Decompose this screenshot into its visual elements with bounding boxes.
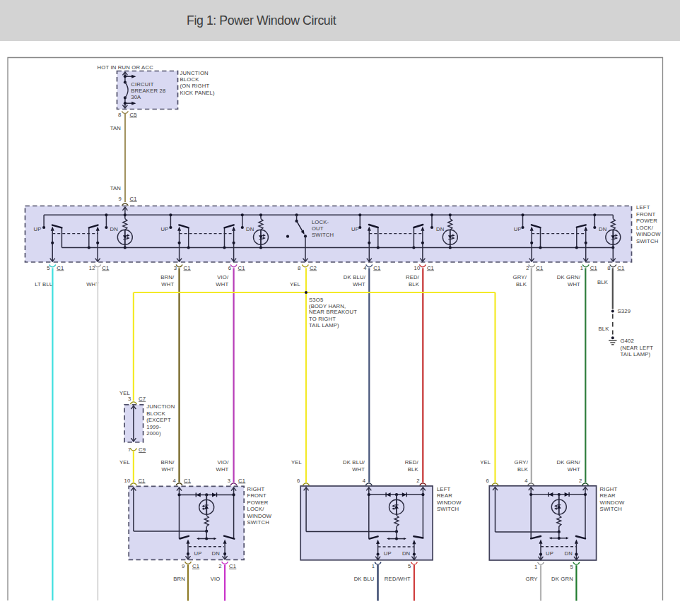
- svg-text:1999-: 1999-: [146, 424, 161, 430]
- svg-text:C1: C1: [617, 265, 624, 271]
- svg-text:RED/WHT: RED/WHT: [385, 576, 411, 582]
- svg-text:TO RIGHT: TO RIGHT: [309, 316, 336, 322]
- svg-text:WHT: WHT: [161, 466, 174, 473]
- svg-text:SWITCH: SWITCH: [636, 238, 658, 244]
- svg-text:BLOCK: BLOCK: [180, 76, 200, 83]
- svg-text:Fig 1: Power Window Circuit: Fig 1: Power Window Circuit: [187, 13, 336, 28]
- svg-text:TAIL LAMP): TAIL LAMP): [621, 351, 651, 357]
- svg-text:YEL: YEL: [119, 459, 131, 466]
- svg-text:UP: UP: [546, 550, 553, 557]
- svg-text:POWER: POWER: [247, 499, 269, 506]
- svg-text:30A: 30A: [131, 94, 141, 100]
- svg-text:C1: C1: [184, 478, 191, 484]
- svg-text:SWITCH: SWITCH: [437, 506, 459, 512]
- svg-text:LEFT: LEFT: [437, 486, 451, 492]
- svg-text:OUT: OUT: [312, 225, 324, 232]
- svg-text:GRY/: GRY/: [515, 459, 529, 466]
- svg-text:C1: C1: [130, 196, 137, 202]
- svg-text:WHT: WHT: [568, 466, 580, 473]
- svg-text:WHT: WHT: [216, 281, 228, 288]
- svg-text:4: 4: [524, 478, 528, 484]
- svg-text:C1: C1: [229, 563, 236, 569]
- svg-text:LOCK-: LOCK-: [312, 219, 329, 225]
- svg-text:JUNCTION: JUNCTION: [180, 70, 209, 76]
- svg-text:2000): 2000): [146, 430, 161, 437]
- svg-text:S329: S329: [618, 308, 631, 314]
- svg-text:DK BLU/: DK BLU/: [343, 459, 365, 466]
- svg-text:POWER: POWER: [636, 218, 657, 224]
- svg-text:9: 9: [119, 196, 122, 202]
- svg-text:(BODY HARN,: (BODY HARN,: [309, 303, 346, 309]
- svg-text:LOCK/: LOCK/: [247, 506, 265, 512]
- svg-text:WINDOW: WINDOW: [600, 499, 625, 506]
- svg-text:UP: UP: [194, 550, 202, 557]
- svg-text:1: 1: [372, 563, 375, 569]
- svg-text:WINDOW: WINDOW: [636, 231, 661, 237]
- svg-text:2: 2: [416, 478, 419, 484]
- svg-text:VIO/: VIO/: [217, 459, 229, 466]
- svg-text:3: 3: [228, 478, 230, 484]
- svg-text:DK GRN/: DK GRN/: [557, 274, 581, 280]
- svg-text:YEL: YEL: [291, 459, 303, 466]
- svg-text:3: 3: [128, 396, 131, 402]
- svg-text:C2: C2: [310, 265, 317, 271]
- svg-text:YEL: YEL: [480, 459, 491, 466]
- svg-text:BLK: BLK: [516, 281, 527, 288]
- svg-text:YEL: YEL: [290, 281, 301, 288]
- svg-text:BLK: BLK: [408, 466, 419, 473]
- svg-text:UP: UP: [384, 550, 392, 557]
- svg-text:VIO/: VIO/: [217, 274, 229, 280]
- svg-text:10: 10: [124, 478, 130, 484]
- svg-text:5: 5: [408, 563, 411, 569]
- svg-text:DN: DN: [402, 550, 410, 557]
- svg-text:2: 2: [218, 563, 221, 569]
- svg-text:DN: DN: [246, 226, 254, 232]
- svg-text:JUNCTION: JUNCTION: [146, 403, 175, 410]
- svg-text:WHT: WHT: [352, 466, 365, 473]
- svg-text:UP: UP: [514, 226, 522, 232]
- svg-text:C1: C1: [102, 265, 109, 271]
- svg-text:C7: C7: [139, 396, 146, 402]
- svg-text:DN: DN: [110, 226, 118, 232]
- svg-text:C1: C1: [138, 478, 145, 484]
- svg-text:RIGHT: RIGHT: [247, 486, 265, 492]
- svg-text:7: 7: [128, 446, 131, 453]
- svg-text:DK BLU: DK BLU: [354, 576, 375, 582]
- svg-text:WHT: WHT: [161, 281, 174, 288]
- svg-text:KICK PANEL): KICK PANEL): [180, 90, 216, 96]
- svg-text:C5: C5: [130, 112, 137, 118]
- svg-text:C1: C1: [238, 265, 245, 271]
- svg-text:S3O5: S3O5: [309, 297, 323, 303]
- svg-text:C1: C1: [590, 265, 597, 271]
- svg-text:8: 8: [118, 112, 121, 118]
- svg-text:LOCK/: LOCK/: [636, 225, 654, 231]
- svg-text:SWITCH: SWITCH: [247, 519, 269, 526]
- svg-text:BRN: BRN: [173, 576, 185, 582]
- svg-text:12: 12: [89, 265, 95, 271]
- svg-text:LEFT: LEFT: [636, 204, 650, 211]
- svg-text:DK GRN/: DK GRN/: [557, 459, 581, 466]
- svg-text:(NEAR LEFT: (NEAR LEFT: [621, 345, 654, 351]
- svg-text:C1: C1: [57, 265, 64, 271]
- svg-text:4: 4: [363, 478, 366, 484]
- svg-text:LT BLU: LT BLU: [35, 281, 53, 288]
- svg-text:WHT: WHT: [216, 466, 228, 473]
- svg-text:10: 10: [414, 265, 420, 271]
- svg-text:WHT: WHT: [353, 281, 365, 288]
- svg-text:6: 6: [297, 478, 300, 484]
- svg-text:VIO: VIO: [211, 576, 221, 582]
- svg-text:6: 6: [486, 478, 489, 484]
- svg-text:DN: DN: [212, 550, 220, 557]
- svg-text:REAR: REAR: [437, 492, 452, 499]
- svg-text:DK BLU/: DK BLU/: [344, 274, 366, 280]
- svg-text:RED/: RED/: [405, 459, 419, 466]
- svg-text:8: 8: [298, 265, 300, 271]
- svg-text:BLK: BLK: [597, 279, 609, 285]
- svg-text:SWITCH: SWITCH: [312, 232, 334, 238]
- svg-text:HOT IN RUN OR ACC: HOT IN RUN OR ACC: [98, 64, 154, 71]
- svg-text:G402: G402: [621, 338, 635, 344]
- svg-text:BLK: BLK: [409, 281, 420, 288]
- svg-text:WHT: WHT: [568, 281, 580, 288]
- svg-text:DK GRN: DK GRN: [551, 576, 573, 582]
- svg-text:UP: UP: [33, 226, 41, 232]
